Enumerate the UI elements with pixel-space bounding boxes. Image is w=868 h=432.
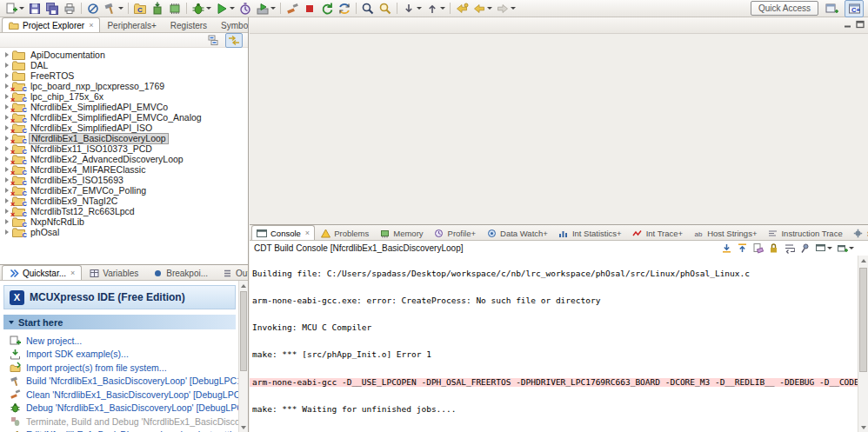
- tree-item[interactable]: DAL: [0, 60, 248, 70]
- expand-icon[interactable]: [5, 229, 9, 235]
- quickstart-scrollbar[interactable]: [238, 281, 248, 432]
- close-icon[interactable]: ×: [305, 229, 310, 237]
- collapse-all-icon[interactable]: [205, 33, 223, 48]
- tab-console[interactable]: Console ×: [251, 225, 315, 240]
- new-wizard-icon[interactable]: [3, 1, 26, 17]
- expand-icon[interactable]: [5, 188, 9, 193]
- tree-item[interactable]: NfcrdlibEx2_AdvancedDiscoveryLoop: [0, 154, 248, 164]
- close-icon[interactable]: ×: [89, 21, 93, 30]
- external-tools-icon[interactable]: [254, 1, 277, 17]
- memory-view-icon[interactable]: [166, 1, 184, 17]
- quickstart-link-terminate-build-debug[interactable]: Terminate, Build and Debug 'NfcrdlibEx1_…: [9, 415, 248, 429]
- expand-icon[interactable]: [5, 198, 9, 203]
- expand-icon[interactable]: [5, 52, 9, 57]
- quickstart-link-build[interactable]: Build 'NfcrdlibEx1_BasicDiscoveryLoop' […: [9, 375, 248, 389]
- restart-icon[interactable]: [318, 1, 336, 17]
- tab-project-explorer[interactable]: Project Explorer ×: [2, 17, 100, 32]
- tree-item-selected[interactable]: NfcrdlibEx1_BasicDiscoveryLoop: [0, 133, 248, 143]
- tab-breakpoints[interactable]: Breakpoi...: [145, 265, 215, 280]
- tree-item[interactable]: lpc_chip_175x_6x: [0, 91, 248, 102]
- clear-console-icon[interactable]: [751, 242, 765, 255]
- tree-item[interactable]: ApiDocumentation: [0, 50, 248, 60]
- forward-icon[interactable]: [494, 1, 517, 17]
- tab-host-strings[interactable]: abHost Strings+: [688, 225, 762, 240]
- last-edit-location-icon[interactable]: [453, 1, 471, 17]
- tree-item[interactable]: NfcrdlibEx7_EMVCo_Polling: [0, 185, 248, 196]
- link-with-editor-icon[interactable]: [225, 33, 243, 48]
- tab-outline[interactable]: Outline: [215, 265, 248, 280]
- tab-problems[interactable]: Problems: [315, 225, 374, 240]
- open-console-icon[interactable]: [836, 242, 855, 255]
- tree-item[interactable]: phOsal: [0, 227, 248, 237]
- tree-item[interactable]: NxpNfcRdLib: [0, 216, 248, 227]
- expand-icon[interactable]: [5, 209, 9, 214]
- skip-all-breakpoints-icon[interactable]: [84, 1, 102, 17]
- expand-icon[interactable]: [5, 136, 9, 141]
- scrollbar-thumb[interactable]: [859, 268, 867, 372]
- open-element-icon[interactable]: [377, 1, 394, 17]
- tab-int-statistics[interactable]: Int Statistics+: [553, 225, 627, 240]
- profile-icon[interactable]: [237, 1, 254, 17]
- back-icon[interactable]: [471, 1, 494, 17]
- tree-item[interactable]: NfcrdlibTst12_Rc663Lpcd: [0, 206, 248, 216]
- tab-quickstart[interactable]: Quickstar... ×: [2, 265, 82, 280]
- tab-swo-trace-config[interactable]: SWO Trace Config: [848, 225, 868, 240]
- tab-variables[interactable]: Variables: [82, 265, 145, 280]
- tab-profile[interactable]: Profile+: [429, 225, 481, 240]
- next-annotation-icon[interactable]: [400, 1, 424, 17]
- display-selected-console-icon[interactable]: [814, 242, 833, 255]
- tab-peripherals[interactable]: Peripherals+: [100, 17, 163, 32]
- maximize-icon[interactable]: [856, 20, 865, 30]
- expand-icon[interactable]: [5, 115, 9, 120]
- expand-icon[interactable]: [5, 63, 9, 68]
- tab-symbol-viewer[interactable]: Symbol Viewer: [214, 17, 248, 32]
- scrollbar-thumb[interactable]: [240, 291, 247, 371]
- quick-access-button[interactable]: Quick Access: [751, 1, 818, 16]
- expand-icon[interactable]: [5, 83, 9, 89]
- tree-item[interactable]: NfcrdlibEx_SimplifiedAPI_EMVCo_Analog: [0, 112, 248, 123]
- expand-icon[interactable]: [5, 156, 9, 162]
- pin-console-icon[interactable]: [798, 242, 811, 255]
- navigate-down-icon[interactable]: [720, 242, 733, 255]
- flash-download-icon[interactable]: [149, 1, 166, 17]
- quickstart-link-new-project[interactable]: New project...: [9, 334, 248, 348]
- tree-item[interactable]: NfcrdlibEx_SimplifiedAPI_ISO: [0, 123, 248, 133]
- expand-icon[interactable]: [5, 73, 9, 78]
- quickstart-link-edit-settings[interactable]: Edit 'NfcrdlibEx1_BasicDiscoveryLoop' pr…: [9, 429, 248, 432]
- expand-icon[interactable]: [5, 219, 9, 224]
- tree-item[interactable]: FreeRTOS: [0, 70, 248, 81]
- expand-icon[interactable]: [5, 94, 9, 99]
- quickstart-link-import-sdk[interactable]: Import SDK example(s)...: [9, 348, 248, 362]
- build-all-icon[interactable]: [102, 1, 125, 17]
- tree-item[interactable]: NfcrdlibEx11_ISO10373_PCD: [0, 143, 248, 154]
- tree-item[interactable]: NfcrdlibEx4_MIFAREClassic: [0, 164, 248, 175]
- tab-memory[interactable]: Memory: [374, 225, 428, 240]
- tree-item[interactable]: NfcrdlibEx_SimplifiedAPI_EMVCo: [0, 102, 248, 112]
- previous-annotation-icon[interactable]: [424, 1, 447, 17]
- quickstart-link-clean[interactable]: Clean 'NfcrdlibEx1_BasicDiscoveryLoop' […: [9, 388, 248, 402]
- terminate-icon[interactable]: [301, 1, 318, 17]
- expand-icon[interactable]: [5, 104, 9, 110]
- tree-item[interactable]: NfcrdlibEx5_ISO15693: [0, 175, 248, 185]
- search-icon[interactable]: [359, 1, 377, 17]
- quickstart-link-debug[interactable]: Debug 'NfcrdlibEx1_BasicDiscoveryLoop' […: [9, 402, 248, 415]
- console-scrollbar[interactable]: [858, 256, 868, 432]
- print-icon[interactable]: [61, 1, 78, 17]
- scroll-lock-icon[interactable]: [767, 242, 780, 255]
- new-c-project-icon[interactable]: C: [131, 1, 149, 17]
- save-all-icon[interactable]: [43, 1, 61, 17]
- minimize-icon[interactable]: [844, 20, 852, 30]
- navigate-up-icon[interactable]: [736, 242, 749, 255]
- run-icon[interactable]: [213, 1, 237, 17]
- quickstart-link-import-project[interactable]: Import project(s) from file system...: [9, 361, 248, 375]
- expand-icon[interactable]: [5, 125, 9, 130]
- save-icon[interactable]: [26, 1, 43, 17]
- tab-registers[interactable]: Registers: [164, 17, 214, 32]
- tab-data-watch[interactable]: Data Watch+: [481, 225, 553, 240]
- tab-int-trace[interactable]: Int Trace+: [627, 225, 689, 240]
- debug-icon[interactable]: [190, 1, 213, 17]
- expand-icon[interactable]: [5, 167, 9, 172]
- close-icon[interactable]: ×: [70, 269, 75, 277]
- expand-icon[interactable]: [5, 177, 9, 183]
- word-wrap-icon[interactable]: [783, 242, 796, 255]
